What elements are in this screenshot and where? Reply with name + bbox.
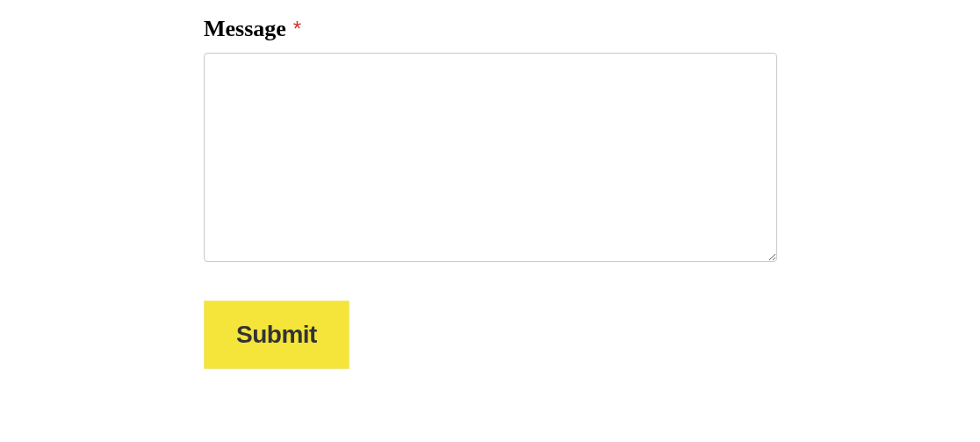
message-input[interactable] bbox=[204, 53, 777, 262]
message-label-row: Message * bbox=[204, 16, 980, 42]
submit-button[interactable]: Submit bbox=[204, 301, 349, 369]
message-label: Message bbox=[204, 16, 286, 41]
contact-form: Message * Submit bbox=[0, 0, 980, 369]
required-asterisk-icon: * bbox=[293, 17, 301, 40]
